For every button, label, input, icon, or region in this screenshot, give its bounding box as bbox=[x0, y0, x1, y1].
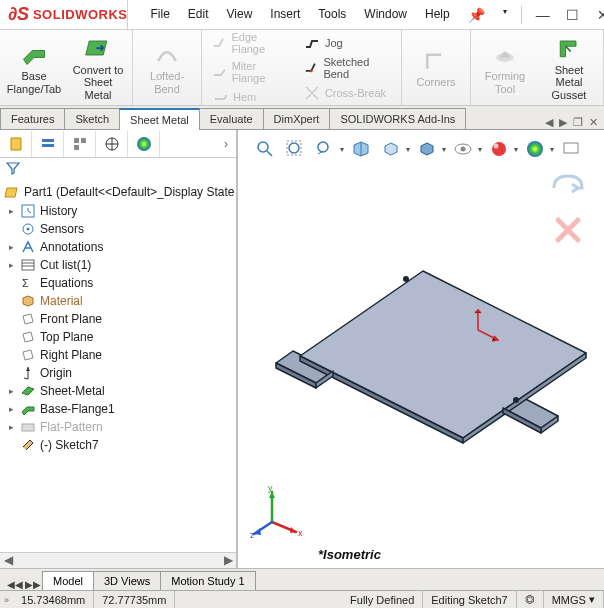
zoom-fit-icon[interactable] bbox=[252, 136, 278, 162]
feature-tree[interactable]: Part1 (Default<<Default>_Display State ▸… bbox=[0, 180, 236, 552]
btab-prev-icon[interactable]: ◀◀ bbox=[6, 579, 24, 590]
hide-show-icon[interactable] bbox=[450, 136, 476, 162]
tree-item-annotations[interactable]: ▸Annotations bbox=[4, 238, 236, 256]
svg-marker-42 bbox=[254, 528, 261, 535]
svg-text:x: x bbox=[298, 528, 303, 538]
svg-point-16 bbox=[258, 142, 268, 152]
svg-point-11 bbox=[27, 228, 30, 231]
tree-hscroll[interactable]: ◀▶ bbox=[0, 552, 236, 568]
command-manager-tabs: Features Sketch Sheet Metal Evaluate Dim… bbox=[0, 106, 604, 130]
minimize-button[interactable]: — bbox=[528, 7, 558, 23]
config-manager-tab[interactable] bbox=[64, 131, 96, 157]
status-custom-icon[interactable]: ⏣ bbox=[517, 591, 544, 608]
btab-motion[interactable]: Motion Study 1 bbox=[160, 571, 255, 590]
status-coord-x: 15.73468mm bbox=[13, 591, 94, 608]
menu-edit[interactable]: Edit bbox=[180, 3, 217, 27]
maximize-button[interactable]: ☐ bbox=[558, 7, 588, 23]
btab-model[interactable]: Model bbox=[42, 571, 94, 590]
convert-sheetmetal-button[interactable]: Convert to Sheet Metal bbox=[70, 34, 126, 100]
tree-item-sensors[interactable]: Sensors bbox=[4, 220, 236, 238]
tree-item-flat-pattern[interactable]: ▸Flat-Pattern bbox=[4, 418, 236, 436]
tree-item-right-plane[interactable]: Right Plane bbox=[4, 346, 236, 364]
jog-button[interactable]: Jog bbox=[300, 34, 395, 52]
tree-filter[interactable] bbox=[0, 158, 236, 180]
tree-item-cut-list-1-[interactable]: ▸Cut list(1) bbox=[4, 256, 236, 274]
menu-view[interactable]: View bbox=[219, 3, 261, 27]
graphics-area[interactable]: ▾ ▾ ▾ ▾ ▾ ▾ bbox=[238, 130, 604, 568]
view-triad-icon[interactable]: x y z bbox=[250, 484, 304, 538]
section-view-icon[interactable] bbox=[348, 136, 374, 162]
svg-rect-2 bbox=[42, 139, 54, 142]
menu-tools[interactable]: Tools bbox=[310, 3, 354, 27]
tree-item--sketch7[interactable]: (-) Sketch7 bbox=[4, 436, 236, 454]
tree-item-sheet-metal[interactable]: ▸Sheet-Metal bbox=[4, 382, 236, 400]
menu-file[interactable]: File bbox=[142, 3, 177, 27]
hem-button[interactable]: Hem bbox=[208, 88, 292, 106]
property-manager-tab[interactable] bbox=[32, 131, 64, 157]
display-manager-tab[interactable] bbox=[128, 131, 160, 157]
tree-item-origin[interactable]: Origin bbox=[4, 364, 236, 382]
tree-item-history[interactable]: ▸History bbox=[4, 202, 236, 220]
tab-sheet-metal[interactable]: Sheet Metal bbox=[119, 108, 200, 130]
workspace: › Part1 (Default<<Default>_Display State… bbox=[0, 130, 604, 568]
panel-tab-toolbar: › bbox=[0, 130, 236, 158]
tree-item-front-plane[interactable]: Front Plane bbox=[4, 310, 236, 328]
prev-view-icon[interactable] bbox=[312, 136, 338, 162]
pin-icon[interactable]: 📌 bbox=[460, 3, 493, 27]
heads-up-toolbar: ▾ ▾ ▾ ▾ ▾ ▾ bbox=[252, 136, 584, 162]
lofted-bend-button[interactable]: Lofted-Bend bbox=[139, 40, 195, 94]
menu-help[interactable]: Help bbox=[417, 3, 458, 27]
miter-flange-button[interactable]: Miter Flange bbox=[208, 59, 292, 85]
scene-icon[interactable] bbox=[522, 136, 548, 162]
appearance-icon[interactable] bbox=[486, 136, 512, 162]
view-orientation-label: *Isometric bbox=[318, 547, 381, 562]
menu-insert[interactable]: Insert bbox=[262, 3, 308, 27]
display-style-icon[interactable] bbox=[414, 136, 440, 162]
tree-item-equations[interactable]: ΣEquations bbox=[4, 274, 236, 292]
view-settings-icon[interactable] bbox=[558, 136, 584, 162]
tab-addins[interactable]: SOLIDWORKS Add-Ins bbox=[329, 108, 466, 129]
cmdtab-close-icon[interactable]: ✕ bbox=[589, 116, 598, 129]
close-button[interactable]: ✕ bbox=[588, 7, 604, 23]
svg-point-0 bbox=[310, 69, 313, 72]
svg-text:y: y bbox=[268, 484, 273, 493]
bottom-tabs: ◀◀ ▶▶ Model 3D Views Motion Study 1 bbox=[0, 568, 604, 590]
btab-next-icon[interactable]: ▶▶ bbox=[24, 579, 42, 590]
tree-root[interactable]: Part1 (Default<<Default>_Display State bbox=[4, 182, 236, 202]
menu-window[interactable]: Window bbox=[356, 3, 415, 27]
ribbon: Base Flange/Tab Convert to Sheet Metal L… bbox=[0, 30, 604, 106]
svg-marker-14 bbox=[26, 367, 30, 371]
tab-evaluate[interactable]: Evaluate bbox=[199, 108, 264, 129]
btab-3dviews[interactable]: 3D Views bbox=[93, 571, 161, 590]
base-flange-button[interactable]: Base Flange/Tab bbox=[6, 40, 62, 94]
cmdtab-prev-icon[interactable]: ◀ bbox=[545, 116, 553, 129]
cmdtab-restore-icon[interactable]: ❐ bbox=[573, 116, 583, 129]
dimxpert-manager-tab[interactable] bbox=[96, 131, 128, 157]
svg-rect-25 bbox=[564, 143, 578, 153]
view-orientation-icon[interactable] bbox=[378, 136, 404, 162]
edge-flange-button[interactable]: Edge Flange bbox=[208, 30, 292, 56]
tree-item-material-not-specified-[interactable]: Material bbox=[4, 292, 236, 310]
tree-item-top-plane[interactable]: Top Plane bbox=[4, 328, 236, 346]
tab-features[interactable]: Features bbox=[0, 108, 65, 129]
cmdtab-next-icon[interactable]: ▶ bbox=[559, 116, 567, 129]
forming-tool-button[interactable]: Forming Tool bbox=[477, 40, 533, 94]
svg-rect-3 bbox=[42, 144, 54, 147]
tree-item-base-flange1[interactable]: ▸Base-Flange1 bbox=[4, 400, 236, 418]
tab-sketch[interactable]: Sketch bbox=[64, 108, 120, 129]
cross-break-button[interactable]: Cross-Break bbox=[300, 84, 395, 102]
status-units[interactable]: MMGS ▾ bbox=[544, 591, 604, 608]
confirm-ok-icon[interactable] bbox=[550, 170, 586, 206]
tab-dimxpert[interactable]: DimXpert bbox=[263, 108, 331, 129]
svg-point-8 bbox=[137, 137, 151, 151]
feature-tree-tab[interactable] bbox=[0, 131, 32, 157]
sketched-bend-button[interactable]: Sketched Bend bbox=[300, 55, 395, 81]
zoom-area-icon[interactable] bbox=[282, 136, 308, 162]
svg-rect-5 bbox=[81, 138, 86, 143]
svg-point-19 bbox=[318, 142, 328, 152]
title-bar: ∂S SOLIDWORKS File Edit View Insert Tool… bbox=[0, 0, 604, 30]
status-expand-icon[interactable]: » bbox=[0, 595, 13, 605]
gusset-button[interactable]: Sheet Metal Gusset bbox=[541, 34, 597, 100]
corners-button[interactable]: Corners bbox=[408, 46, 464, 88]
panel-overflow-icon[interactable]: › bbox=[216, 137, 236, 151]
